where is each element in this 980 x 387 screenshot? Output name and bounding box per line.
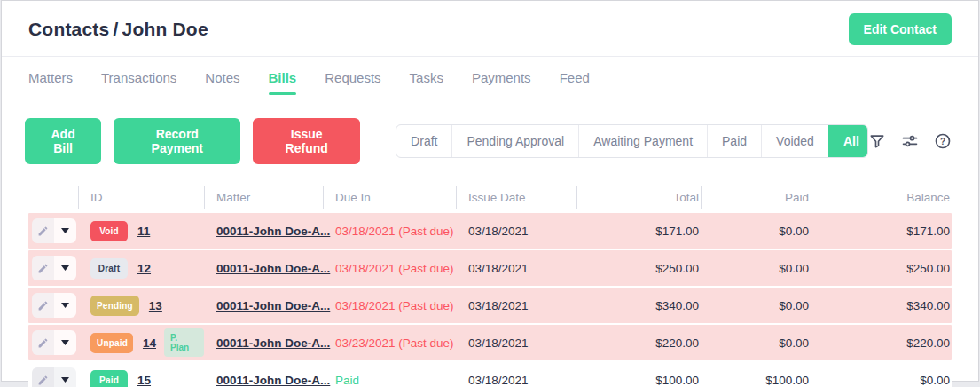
row-balance: $250.00: [811, 262, 952, 275]
edit-bill-button[interactable]: [32, 367, 54, 387]
row-due-in: 03/23/2021 (Past due): [323, 336, 456, 350]
tab-requests[interactable]: Requests: [325, 57, 380, 99]
row-matter-cell: 00011-John Doe-A...: [204, 299, 323, 312]
row-matter-cell: 00011-John Doe-A...: [204, 336, 323, 350]
matter-link[interactable]: 00011-John Doe-A...: [216, 299, 330, 312]
filter-awaiting-payment[interactable]: Awaiting Payment: [578, 125, 707, 157]
bills-table: ID Matter Due In Issue Date Total Paid B…: [2, 181, 978, 387]
row-action-split-button: [32, 218, 76, 243]
row-id-cell: Draft 12: [78, 258, 204, 279]
add-bill-button[interactable]: Add Bill: [25, 118, 101, 164]
row-paid: $100.00: [701, 374, 811, 387]
bill-id-link[interactable]: 12: [137, 262, 151, 275]
col-due-in: Due In: [323, 181, 456, 213]
row-matter-cell: 00011-John Doe-A...: [204, 262, 323, 275]
breadcrumb-contact-name: John Doe: [122, 19, 208, 39]
pencil-icon: [37, 375, 49, 386]
filter-settings-icon[interactable]: [901, 132, 919, 150]
pencil-icon: [37, 263, 49, 274]
matter-link[interactable]: 00011-John Doe-A...: [216, 225, 330, 238]
matter-link[interactable]: 00011-John Doe-A...: [216, 336, 330, 350]
pencil-icon: [37, 225, 49, 237]
row-due-in: 03/18/2021 (Past due): [323, 299, 456, 312]
row-actions: [28, 330, 78, 355]
col-total: Total: [576, 181, 701, 213]
filter-draft[interactable]: Draft: [396, 125, 451, 157]
breadcrumb-section: Contacts: [28, 19, 109, 39]
chevron-down-icon: [61, 265, 69, 271]
bill-id-link[interactable]: 14: [143, 336, 156, 350]
row-actions: [28, 218, 78, 243]
row-total: $100.00: [576, 374, 701, 387]
status-badge: Unpaid: [90, 333, 133, 353]
row-action-split-button: [32, 256, 76, 280]
edit-bill-button[interactable]: [32, 218, 54, 243]
row-issue-date: 03/18/2021: [456, 225, 576, 238]
table-row: Draft 12 00011-John Doe-A... 03/18/2021 …: [28, 250, 952, 286]
row-issue-date: 03/18/2021: [456, 336, 576, 350]
bill-id-link[interactable]: 11: [137, 225, 150, 238]
bill-id-link[interactable]: 15: [137, 374, 151, 387]
chevron-down-icon: [61, 340, 69, 345]
row-menu-button[interactable]: [54, 330, 76, 355]
pencil-icon: [37, 337, 49, 349]
matter-link[interactable]: 00011-John Doe-A...: [216, 262, 330, 275]
row-paid: $0.00: [701, 225, 811, 238]
tab-bills[interactable]: Bills: [269, 57, 297, 99]
bill-id-link[interactable]: 13: [149, 299, 162, 312]
breadcrumb: Contacts/John Doe: [28, 19, 208, 40]
help-icon[interactable]: ?: [934, 132, 952, 150]
filter-pending-approval[interactable]: Pending Approval: [451, 125, 578, 157]
tab-payments[interactable]: Payments: [472, 57, 531, 99]
filter-voided[interactable]: Voided: [761, 125, 828, 157]
row-due-in: Paid: [323, 374, 456, 387]
table-row: Paid 15 00011-John Doe-A... Paid 03/18/2…: [28, 362, 952, 387]
pencil-icon: [37, 300, 49, 312]
status-badge: Pending: [90, 296, 139, 316]
row-menu-button[interactable]: [54, 256, 76, 280]
chevron-down-icon: [61, 228, 69, 233]
row-total: $220.00: [576, 336, 701, 350]
help-glyph: ?: [940, 137, 945, 146]
filter-all[interactable]: All: [828, 125, 868, 157]
edit-bill-button[interactable]: [32, 256, 54, 280]
col-paid: Paid: [701, 181, 811, 213]
tab-tasks[interactable]: Tasks: [410, 57, 443, 99]
issue-refund-button[interactable]: Issue Refund: [253, 118, 360, 164]
table-header-row: ID Matter Due In Issue Date Total Paid B…: [28, 181, 952, 213]
row-due-in: 03/18/2021 (Past due): [323, 262, 456, 275]
matter-link[interactable]: 00011-John Doe-A...: [216, 374, 330, 387]
col-actions: [28, 181, 78, 213]
row-id-cell: Paid 15: [78, 370, 204, 387]
row-actions: [28, 293, 78, 318]
row-total: $250.00: [576, 262, 701, 275]
filter-funnel-icon[interactable]: [868, 132, 886, 150]
row-menu-button[interactable]: [54, 293, 76, 318]
page-header: Contacts/John Doe Edit Contact: [2, 1, 978, 56]
filter-paid[interactable]: Paid: [707, 125, 761, 157]
tab-transactions[interactable]: Transactions: [101, 57, 176, 99]
tab-notes[interactable]: Notes: [205, 57, 239, 99]
col-id: ID: [78, 181, 204, 213]
row-issue-date: 03/18/2021: [456, 262, 576, 275]
edit-contact-button[interactable]: Edit Contact: [849, 13, 952, 45]
row-total: $171.00: [576, 225, 701, 238]
row-balance: $171.00: [811, 225, 952, 238]
row-menu-button[interactable]: [54, 218, 76, 243]
table-row: Unpaid 14 P. Plan 00011-John Doe-A... 03…: [28, 325, 952, 360]
tab-matters[interactable]: Matters: [28, 57, 73, 99]
table-row: Pending 13 00011-John Doe-A... 03/18/202…: [28, 288, 952, 323]
row-menu-button[interactable]: [54, 367, 76, 387]
edit-bill-button[interactable]: [32, 330, 54, 355]
row-id-cell: Void 11: [78, 221, 204, 241]
status-badge: Void: [90, 221, 128, 241]
row-paid: $0.00: [701, 299, 811, 312]
row-action-split-button: [32, 330, 76, 355]
col-issue-date: Issue Date: [456, 181, 576, 213]
edit-bill-button[interactable]: [32, 293, 54, 318]
tab-feed[interactable]: Feed: [560, 57, 590, 99]
status-badge: Paid: [90, 370, 128, 387]
row-paid: $0.00: [701, 336, 811, 350]
row-id-cell: Pending 13: [78, 296, 204, 316]
record-payment-button[interactable]: Record Payment: [114, 118, 240, 164]
